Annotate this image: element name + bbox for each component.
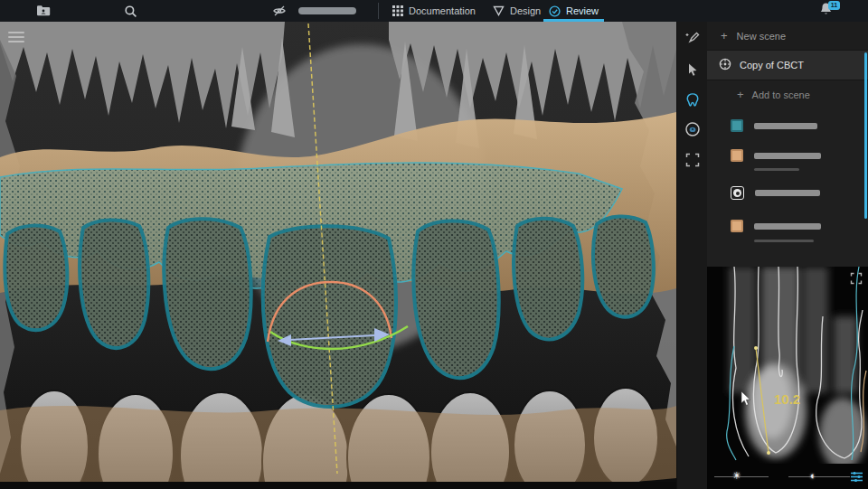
photo-layer-icon[interactable]: [731, 186, 744, 200]
layer-slider[interactable]: [755, 190, 820, 196]
topbar-divider: [378, 3, 379, 19]
contrast-slider[interactable]: ◐: [788, 464, 850, 489]
brightness-slider[interactable]: ☀: [714, 464, 769, 489]
orbit-eye-icon[interactable]: [684, 121, 701, 137]
tab-label: Review: [566, 5, 599, 16]
brightness-sun-icon[interactable]: ☀: [732, 466, 741, 484]
add-to-scene-label: Add to scene: [752, 89, 810, 100]
panel-scrollbar[interactable]: [864, 52, 867, 219]
case-folder-icon[interactable]: [36, 0, 51, 22]
layer-slider[interactable]: [754, 153, 821, 159]
cbct-slice-panel[interactable]: 10.2 ☀ ◐: [707, 267, 868, 489]
viewport-menu-button[interactable]: [8, 32, 24, 45]
add-to-scene-button[interactable]: + Add to scene: [707, 80, 868, 108]
slice-toolbar: ☀ ◐: [707, 464, 868, 489]
active-tab-underline: [543, 19, 604, 22]
measurement-value: 10.2: [774, 391, 800, 407]
cbct-target-icon: [719, 58, 731, 72]
3d-viewport[interactable]: [0, 22, 676, 489]
layer-slider[interactable]: [754, 123, 817, 129]
layer-swatch-tan[interactable]: [731, 220, 743, 232]
apps-grid-icon: [392, 5, 403, 16]
notification-bell-icon[interactable]: 11: [819, 2, 843, 20]
layer-swatch-tan[interactable]: [731, 149, 743, 162]
tool-strip: [676, 22, 707, 489]
topbar-slider[interactable]: [298, 7, 356, 14]
slice-fullscreen-icon[interactable]: [850, 272, 863, 285]
viewport-bottom-strip: [0, 482, 676, 489]
tab-documentation[interactable]: Documentation: [392, 0, 476, 22]
search-icon[interactable]: [124, 0, 137, 22]
layer-row-photo[interactable]: [731, 186, 868, 200]
tab-design[interactable]: Design: [493, 0, 541, 22]
lower-tissue-wash: [0, 406, 676, 489]
cursor-select-icon[interactable]: [684, 61, 701, 78]
plus-icon: +: [721, 30, 728, 42]
notification-badge: 11: [828, 1, 840, 10]
cbct-slice-image: 10.2: [707, 267, 868, 464]
tab-label: Design: [510, 5, 541, 16]
plus-icon: +: [737, 89, 744, 100]
layer-subslider[interactable]: [754, 240, 814, 242]
layer-row-tissue2[interactable]: [731, 220, 868, 232]
layer-list: [707, 108, 868, 242]
layer-swatch-teal[interactable]: [731, 119, 743, 132]
topbar: Documentation Design Review 11: [0, 0, 868, 22]
3d-scene: [0, 22, 676, 489]
new-scene-button[interactable]: + New scene: [707, 22, 868, 51]
app-window: Documentation Design Review 11: [0, 0, 868, 489]
annotate-pen-icon[interactable]: [684, 29, 701, 45]
layer-subslider[interactable]: [754, 168, 799, 171]
eye-off-icon[interactable]: [272, 0, 287, 22]
scene-panel: + New scene Copy of CBCT + Add to scene: [707, 22, 868, 489]
adjustments-icon[interactable]: [850, 470, 863, 484]
design-nabla-icon: [493, 5, 505, 16]
layer-row-scan[interactable]: [731, 119, 868, 132]
layer-row-tissue[interactable]: [731, 149, 868, 162]
review-check-icon: [549, 5, 561, 17]
new-scene-label: New scene: [737, 31, 786, 42]
fullscreen-icon[interactable]: [684, 152, 701, 168]
scene-item-cbct[interactable]: Copy of CBCT: [707, 51, 868, 80]
tab-label: Documentation: [409, 5, 476, 16]
contrast-icon[interactable]: ◐: [810, 466, 816, 484]
scene-name: Copy of CBCT: [740, 60, 804, 71]
tooth-icon[interactable]: [684, 92, 701, 108]
layer-slider[interactable]: [754, 223, 821, 230]
